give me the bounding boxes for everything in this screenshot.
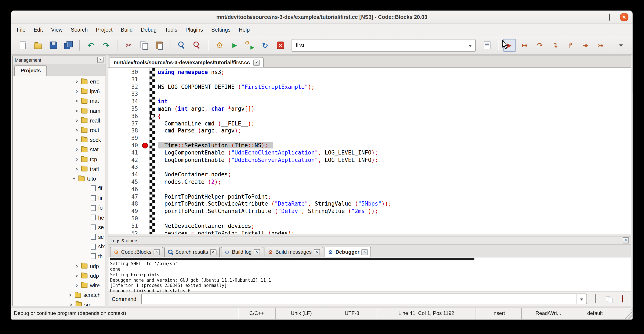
open-file-button[interactable] bbox=[32, 39, 44, 52]
tree-item[interactable]: tcp bbox=[13, 155, 106, 164]
maximize-button[interactable] bbox=[605, 13, 614, 22]
log-line[interactable]: Setting breakpoints bbox=[110, 272, 631, 278]
tree-item[interactable]: mat bbox=[13, 96, 106, 106]
copy-log-button[interactable] bbox=[604, 294, 614, 304]
run-button[interactable] bbox=[228, 39, 241, 52]
log-line[interactable]: [Inferior 1 (process 236345) exited norm… bbox=[110, 283, 631, 288]
code-line[interactable]: 40 Time::SetResolution (Time::NS); bbox=[108, 142, 631, 149]
search-combo[interactable]: first bbox=[292, 39, 476, 52]
menu-item-project[interactable]: Project bbox=[92, 24, 117, 36]
toolbar-overflow-button[interactable] bbox=[614, 39, 627, 52]
fold-margin[interactable] bbox=[150, 76, 155, 84]
run-to-cursor-button[interactable] bbox=[518, 39, 531, 52]
fold-margin[interactable] bbox=[150, 113, 155, 120]
code-line[interactable]: 52 devices = pointToPoint.Install (nodes… bbox=[108, 230, 631, 234]
tree-item[interactable]: trafl bbox=[13, 164, 106, 174]
tree-item[interactable]: rout bbox=[13, 125, 106, 135]
debugger-command-combo[interactable] bbox=[141, 293, 587, 304]
close-tab-icon[interactable]: × bbox=[362, 249, 368, 255]
fold-margin[interactable] bbox=[150, 127, 155, 135]
log-tab-code-blocks[interactable]: Code::Blocks× bbox=[110, 247, 163, 257]
minimize-button[interactable] bbox=[590, 13, 599, 22]
chevron-down-icon[interactable] bbox=[576, 294, 587, 304]
breakpoint-margin[interactable] bbox=[140, 230, 150, 234]
collapse-arrow-icon[interactable] bbox=[72, 176, 76, 182]
expand-arrow-icon[interactable] bbox=[74, 88, 79, 95]
breakpoint-margin[interactable] bbox=[140, 142, 150, 149]
breakpoint-margin[interactable] bbox=[140, 171, 150, 178]
fold-margin[interactable] bbox=[150, 105, 155, 113]
menu-item-build[interactable]: Build bbox=[117, 24, 137, 36]
step-into-button[interactable] bbox=[549, 39, 562, 52]
breakpoint-margin[interactable] bbox=[140, 127, 150, 135]
fold-collapse-icon[interactable] bbox=[150, 114, 154, 118]
breakpoint-margin[interactable] bbox=[140, 91, 150, 98]
tree-item[interactable]: src bbox=[13, 300, 106, 306]
code-line[interactable]: 42 LogComponentEnable ("UdpEchoServerApp… bbox=[108, 156, 631, 164]
next-instruction-button[interactable] bbox=[579, 39, 592, 52]
save-all-button[interactable] bbox=[62, 39, 75, 52]
fold-margin[interactable] bbox=[150, 200, 155, 208]
tree-item[interactable]: ipv6 bbox=[13, 87, 106, 96]
close-tab-icon[interactable]: × bbox=[314, 249, 320, 255]
menu-item-settings[interactable]: Settings bbox=[207, 24, 234, 36]
tab-projects[interactable]: Projects bbox=[14, 65, 47, 76]
tree-item[interactable]: udp- bbox=[13, 271, 106, 281]
next-line-button[interactable] bbox=[534, 39, 546, 52]
tree-item[interactable]: tuto bbox=[13, 174, 106, 184]
new-file-button[interactable] bbox=[16, 39, 29, 52]
expand-arrow-icon[interactable] bbox=[74, 166, 79, 172]
breakpoint-margin[interactable] bbox=[140, 200, 150, 208]
tree-item[interactable]: erro bbox=[13, 77, 106, 87]
log-line[interactable]: Debugger name and version: GNU gdb (Ubun… bbox=[110, 277, 631, 283]
code-line[interactable]: 46 bbox=[108, 186, 631, 193]
close-tab-icon[interactable]: × bbox=[254, 249, 260, 255]
breakpoint-margin[interactable] bbox=[140, 186, 150, 193]
code-line[interactable]: 37 CommandLine cmd (__FILE__); bbox=[108, 120, 631, 127]
breakpoint-margin[interactable] bbox=[140, 164, 150, 171]
tree-item[interactable]: wire bbox=[13, 281, 106, 290]
fold-margin[interactable] bbox=[150, 186, 155, 193]
abort-button[interactable] bbox=[274, 39, 287, 52]
build-and-run-button[interactable] bbox=[244, 39, 256, 52]
fold-margin[interactable] bbox=[150, 98, 155, 105]
fold-margin[interactable] bbox=[150, 164, 155, 171]
redo-button[interactable] bbox=[100, 39, 112, 52]
tree-item[interactable]: six bbox=[13, 242, 106, 251]
undo-button[interactable] bbox=[85, 39, 98, 52]
expand-arrow-icon[interactable] bbox=[68, 292, 72, 298]
code-line[interactable]: 34int bbox=[108, 98, 631, 105]
menu-item-view[interactable]: View bbox=[47, 24, 67, 36]
code-line[interactable]: 36{ bbox=[108, 113, 631, 120]
find-button[interactable] bbox=[175, 39, 188, 52]
fold-margin[interactable] bbox=[150, 193, 155, 200]
tree-item[interactable]: se bbox=[13, 222, 106, 232]
breakpoint-margin[interactable] bbox=[140, 135, 150, 142]
save-file-button[interactable] bbox=[47, 39, 60, 52]
code-line[interactable]: 48 pointToPoint.SetDeviceAttribute ("Dat… bbox=[108, 200, 631, 208]
tree-item[interactable]: reall bbox=[13, 116, 106, 125]
expand-arrow-icon[interactable] bbox=[74, 98, 79, 104]
compiler-messages-button[interactable] bbox=[480, 39, 493, 52]
expand-arrow-icon[interactable] bbox=[74, 282, 79, 288]
close-tab-icon[interactable]: × bbox=[210, 249, 216, 255]
editor-tab-first-cc[interactable]: mnt/dev/tools/source/ns-3-dev/examples/t… bbox=[110, 57, 264, 68]
log-tab-build-messages[interactable]: Build messages× bbox=[264, 247, 323, 257]
breakpoint-margin[interactable] bbox=[140, 178, 150, 186]
log-tab-build-log[interactable]: Build log× bbox=[221, 247, 263, 257]
code-line[interactable]: 44 NodeContainer nodes; bbox=[108, 171, 631, 178]
menu-item-edit[interactable]: Edit bbox=[30, 24, 47, 36]
debugger-log[interactable]: Setting SHELL to '/bin/sh'doneSetting br… bbox=[108, 257, 631, 292]
tree-item[interactable]: udp bbox=[13, 261, 106, 271]
tree-item[interactable]: sock bbox=[13, 135, 106, 145]
fold-margin[interactable] bbox=[150, 69, 155, 76]
expand-arrow-icon[interactable] bbox=[74, 108, 79, 114]
resize-grip[interactable] bbox=[622, 308, 632, 319]
fold-margin[interactable] bbox=[150, 156, 155, 164]
tree-item[interactable]: th bbox=[13, 251, 106, 261]
menu-item-search[interactable]: Search bbox=[67, 24, 92, 36]
breakpoint-margin[interactable] bbox=[140, 193, 150, 200]
chevron-down-icon[interactable] bbox=[465, 39, 475, 51]
breakpoint-margin[interactable] bbox=[140, 113, 150, 120]
fold-margin[interactable] bbox=[150, 135, 155, 142]
